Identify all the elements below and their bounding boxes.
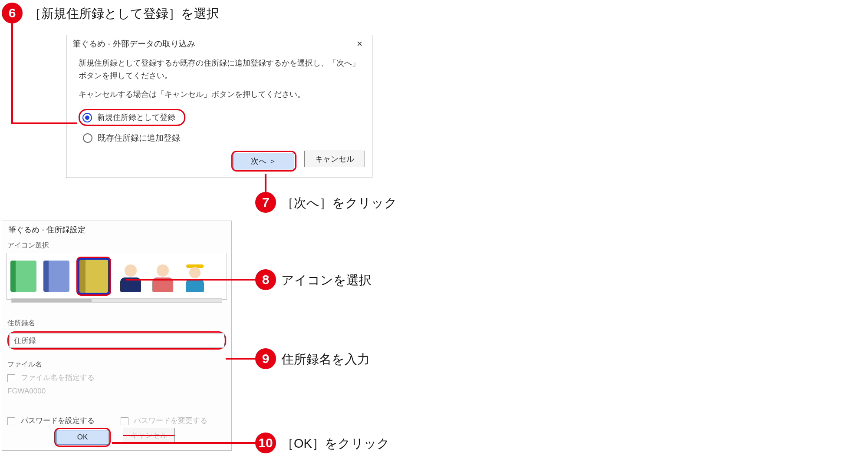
file-specify-row: ファイル名を指定する	[7, 373, 226, 383]
settings-dialog-buttons: OK キャンセル	[2, 428, 231, 447]
step-6-leader-h	[11, 122, 77, 124]
step-6-caption: ［新規住所録として登録］を選択	[29, 5, 219, 23]
icon-section-label: アイコン選択	[2, 238, 231, 251]
step-7-leader	[265, 174, 266, 193]
next-button[interactable]: 次へ ＞	[233, 153, 294, 169]
import-dialog-buttons: 次へ ＞ キャンセル	[231, 151, 365, 172]
import-dialog-titlebar: 筆ぐるめ - 外部データの取り込み ×	[66, 35, 372, 51]
step-9-caption: 住所録名を入力	[281, 351, 370, 368]
radio-new-address-book[interactable]: 新規住所録として登録	[79, 109, 185, 126]
book-green-icon[interactable]	[10, 261, 36, 292]
radio-new-label: 新規住所録として登録	[97, 111, 175, 124]
radio-existing-label: 既存住所録に追加登録	[98, 132, 180, 145]
checkbox-icon[interactable]	[7, 374, 15, 382]
cancel-button[interactable]: キャンセル	[304, 151, 365, 167]
addressbook-name-highlight	[7, 331, 226, 350]
step-6-marker: 6	[2, 3, 23, 23]
step-8-leader	[126, 279, 256, 281]
password-change-label: パスワードを変更する	[134, 416, 207, 425]
person-suit-icon[interactable]	[118, 260, 143, 292]
radio-existing-address-book[interactable]: 既存住所録に追加登録	[81, 131, 357, 145]
import-dialog-title: 筆ぐるめ - 外部データの取り込み	[72, 38, 195, 50]
book-gold-icon	[79, 260, 108, 293]
ok-button[interactable]: OK	[56, 430, 108, 445]
import-instruction-2: キャンセルする場合は「キャンセル」ボタンを押してください。	[79, 88, 360, 101]
step-9-marker: 9	[255, 348, 276, 369]
next-button-highlight: 次へ ＞	[231, 151, 296, 172]
import-dialog-body: 新規住所録として登録するか既存の住所録に追加登録するかを選択し、「次へ」ボタンを…	[66, 51, 372, 154]
book-gold-selected[interactable]	[76, 257, 111, 296]
cancel-button-2[interactable]: キャンセル	[123, 428, 175, 442]
icon-scrollbar[interactable]	[11, 298, 222, 303]
book-blue-icon[interactable]	[43, 261, 69, 292]
addressbook-name-input[interactable]	[9, 333, 224, 348]
name-section-label: 住所録名	[2, 316, 231, 329]
step-7-marker: 7	[255, 192, 276, 213]
radio-empty-icon	[83, 133, 92, 143]
close-icon[interactable]: ×	[353, 36, 366, 51]
checkbox-icon[interactable]	[7, 417, 15, 425]
file-name-value: FGWA0000	[7, 387, 226, 396]
step-10-marker: 10	[255, 433, 276, 453]
addressbook-settings-title: 筆ぐるめ - 住所録設定	[2, 221, 231, 238]
password-set-row[interactable]: パスワードを設定する	[7, 416, 95, 426]
password-change-row: パスワードを変更する	[121, 416, 208, 426]
step-10-leader	[112, 442, 256, 444]
checkbox-icon	[121, 417, 128, 425]
step-7-caption: ［次へ］をクリック	[281, 195, 397, 212]
step-10-caption: ［OK］をクリック	[281, 435, 390, 452]
person-kid-icon[interactable]	[182, 260, 207, 292]
step-8-marker: 8	[255, 269, 276, 290]
ok-button-highlight: OK	[54, 428, 111, 447]
addressbook-settings-dialog: 筆ぐるめ - 住所録設定 アイコン選択 住所録名 ファイル名 ファイル名を指定す…	[2, 221, 232, 451]
file-section-label: ファイル名	[2, 357, 231, 370]
import-dialog: 筆ぐるめ - 外部データの取り込み × 新規住所録として登録するか既存の住所録に…	[66, 35, 372, 178]
radio-dot-icon	[82, 113, 92, 122]
step-8-caption: アイコンを選択	[281, 272, 372, 289]
step-9-leader	[226, 358, 256, 360]
import-instruction-1: 新規住所録として登録するか既存の住所録に追加登録するかを選択し、「次へ」ボタンを…	[79, 57, 360, 82]
icon-select-strip[interactable]	[7, 253, 227, 300]
file-specify-label: ファイル名を指定する	[21, 373, 95, 382]
step-6-leader-v	[11, 23, 13, 123]
password-set-label: パスワードを設定する	[21, 416, 95, 425]
person-apron-icon[interactable]	[150, 260, 175, 292]
